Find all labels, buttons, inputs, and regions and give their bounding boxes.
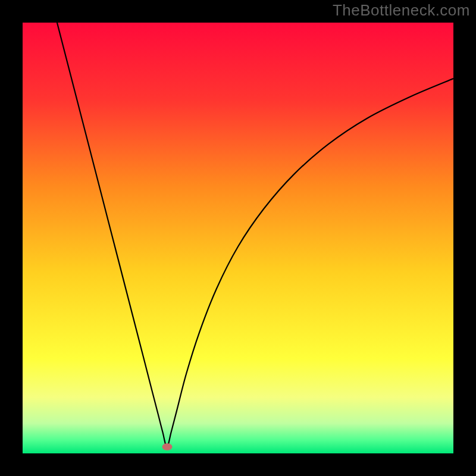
svg-rect-0 <box>23 23 453 453</box>
plot-frame <box>23 23 453 453</box>
watermark-text: TheBottleneck.com <box>333 1 470 20</box>
gradient-background <box>23 23 453 453</box>
plot-area <box>23 23 453 453</box>
minimum-marker-icon <box>162 443 172 450</box>
